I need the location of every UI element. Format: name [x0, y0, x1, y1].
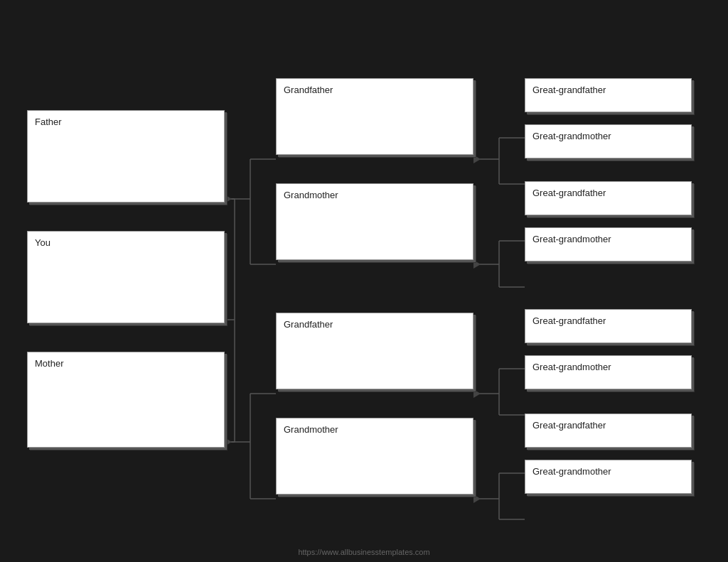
svg-marker-32	[473, 389, 481, 398]
maternal-grandfather-card: Grandfather	[276, 313, 473, 389]
father-card: Father	[27, 110, 225, 202]
mother-label: Mother	[35, 358, 63, 369]
svg-marker-28	[225, 195, 232, 203]
gg2-label: Great-grandmother	[532, 131, 611, 141]
footer-link[interactable]: https://www.allbusinesstemplates.com	[0, 548, 728, 556]
father-label: Father	[35, 117, 62, 127]
maternal-grandfather-label: Grandfather	[284, 319, 333, 330]
gg5-card: Great-grandfather	[525, 309, 692, 343]
gg4-label: Great-grandmother	[532, 234, 611, 244]
gg8-card: Great-grandmother	[525, 460, 692, 494]
gg5-label: Great-grandfather	[532, 315, 606, 326]
svg-marker-30	[473, 155, 481, 163]
gg3-card: Great-grandfather	[525, 181, 692, 215]
gg7-card: Great-grandfather	[525, 414, 692, 448]
you-card: You	[27, 231, 225, 323]
paternal-grandmother-label: Grandmother	[284, 190, 338, 200]
paternal-grandfather-label: Grandfather	[284, 85, 333, 95]
you-label: You	[35, 237, 50, 248]
gg3-label: Great-grandfather	[532, 188, 606, 198]
gg6-card: Great-grandmother	[525, 355, 692, 389]
gg4-card: Great-grandmother	[525, 227, 692, 261]
svg-marker-31	[473, 260, 481, 269]
gg1-label: Great-grandfather	[532, 85, 606, 95]
paternal-grandfather-card: Grandfather	[276, 78, 473, 155]
paternal-grandmother-card: Grandmother	[276, 183, 473, 260]
maternal-grandmother-card: Grandmother	[276, 418, 473, 495]
mother-card: Mother	[27, 352, 225, 448]
gg7-label: Great-grandfather	[532, 420, 606, 431]
gg2-card: Great-grandmother	[525, 124, 692, 158]
gg8-label: Great-grandmother	[532, 466, 611, 477]
gg1-card: Great-grandfather	[525, 78, 692, 112]
gg6-label: Great-grandmother	[532, 362, 611, 372]
maternal-grandmother-label: Grandmother	[284, 424, 338, 435]
svg-marker-29	[225, 438, 232, 446]
svg-marker-33	[473, 495, 481, 503]
